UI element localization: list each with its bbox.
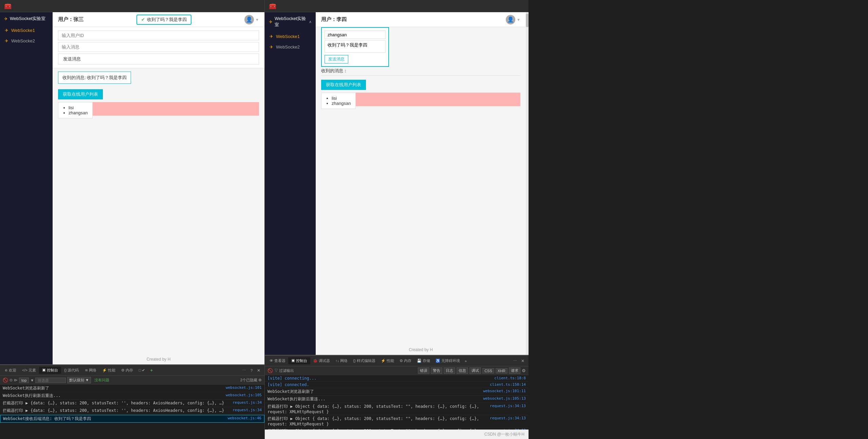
right-tab-storage[interactable]: 💾 存储 (414, 357, 433, 364)
left-console-text-1: WebSocket浏览器刷新了 (3, 385, 49, 391)
expand-btn-left[interactable]: ⊙ (10, 378, 13, 382)
pause-btn-left[interactable]: ⧐ (14, 378, 18, 382)
right-settings-btn[interactable]: ⚙ (522, 368, 526, 373)
csdn-footer-text: CSDN @一枚小蜗牛H (484, 432, 524, 437)
tab-plus-left[interactable]: + (148, 367, 155, 374)
clear-console-right[interactable]: 🚫 (267, 368, 273, 373)
tab-v[interactable]: □ ✔ (136, 367, 148, 374)
right-console-line-6: 拦截器打印 ▶ Object { data: {…}, status: 200,… (265, 415, 529, 427)
left-console-text-5: WebSocket接收后端消息: 收到了吗？我是李四 (3, 416, 91, 422)
right-console-source-2[interactable]: client.ts:150:14 (490, 382, 526, 387)
left-console-source-4[interactable]: request.js:34 (233, 408, 262, 414)
right-tab-memory[interactable]: ⚙ 内存 (397, 357, 414, 364)
received-badge-text: 收到了吗？我是李四 (147, 17, 187, 23)
right-tab-options[interactable]: ⋯ (511, 358, 519, 364)
right-browser-titlebar: 🧰 (265, 0, 529, 12)
right-tab-more[interactable]: » (463, 358, 469, 364)
left-sidebar-label-2: WebSocke2 (11, 38, 35, 43)
right-received-label: 收到的消息： (321, 68, 348, 73)
left-pink-bar (93, 102, 259, 116)
right-user-item-1: zhangsan (332, 101, 351, 106)
right-tab-inspector[interactable]: 👁 查看器 (267, 357, 288, 364)
left-main-content: 用户：张三 ✔ 收到了吗？我是李四 👤 ▼ 发送消息 收到的消息: 收到了吗？我… (53, 12, 264, 364)
right-console-source-5[interactable]: request.js:34:13 (490, 404, 526, 414)
right-scrollbar[interactable] (526, 12, 529, 355)
left-user-item-0: lisi (69, 105, 88, 110)
top-filter-label: top (19, 378, 29, 383)
right-btn-error[interactable]: 错误 (418, 367, 429, 374)
left-sidebar-header: ✈ WebSocket实验室 (0, 12, 53, 25)
right-btn-css[interactable]: CSS (482, 368, 494, 374)
right-tab-debugger[interactable]: 🐞 调试器 (310, 357, 333, 364)
right-tab-network[interactable]: ↑↓ 网络 (333, 357, 350, 364)
clear-console-left[interactable]: 🚫 (3, 378, 8, 383)
tab-performance-left[interactable]: ⚡ 性能 (99, 367, 118, 374)
send-message-btn[interactable]: 发送消息 (58, 54, 259, 64)
left-devtools-toolbar: 🚫 ⊙ ⧐ top ▼ 默认级别 ▼ 没有问题 2个已隐藏 ⚙ (0, 376, 264, 385)
tab-network-left[interactable]: ≋ 网络 (82, 367, 99, 374)
right-tab-close[interactable]: ✕ (519, 358, 527, 364)
right-console-source-6[interactable]: request.js:34:13 (490, 416, 526, 426)
right-tab-performance[interactable]: ⚡ 性能 (378, 357, 397, 364)
right-send-btn[interactable]: 发送消息 (325, 55, 348, 63)
left-sidebar-item-websocke2[interactable]: ✈ WebSocke2 (0, 36, 53, 46)
right-btn-debug[interactable]: 调试 (469, 367, 481, 374)
left-console-text-2: WebSocket执行刷新后重连... (3, 393, 61, 399)
right-tab-console[interactable]: ▣ 控制台 (288, 357, 310, 364)
right-users-list: lisi zhangsan (321, 93, 356, 109)
scrollbar-thumb[interactable] (526, 14, 529, 27)
left-console-source-5[interactable]: websocket.js:46 (228, 416, 261, 422)
right-btn-xhr[interactable]: XHR (496, 368, 507, 374)
left-online-users-section: 获取在线用户列表 lisi zhangsan (53, 87, 264, 120)
right-btn-info[interactable]: 信息 (457, 367, 468, 374)
top-dropdown-left[interactable]: ▼ (30, 378, 34, 382)
left-console-source-2[interactable]: websocket.js:105 (226, 393, 262, 399)
tab-console-left[interactable]: ▣ 控制台 (39, 367, 61, 374)
right-sidebar-item-websocke2[interactable]: ✈ WebSocke2 (265, 42, 316, 52)
right-main-content: 用户：李四 👤 ▼ 收到了吗？我是李四 发送消息 收到的消息： 获取在线用户列表 (316, 12, 526, 355)
get-users-btn-right[interactable]: 获取在线用户列表 (321, 80, 366, 90)
get-users-btn-left[interactable]: 获取在线用户列表 (58, 89, 103, 99)
check-icon: ✔ (141, 17, 145, 22)
right-console-source-3[interactable]: websocket.js:101:11 (483, 389, 526, 395)
left-window-icon: 🧰 (4, 2, 12, 10)
right-message-textarea[interactable]: 收到了吗？我是李四 (325, 40, 386, 53)
right-online-users-section: 获取在线用户列表 lisi zhangsan (316, 77, 526, 112)
filter-input-left[interactable] (35, 378, 66, 383)
left-top-bar: 用户：张三 ✔ 收到了吗？我是李四 👤 ▼ (53, 12, 264, 27)
right-sidebar-title: WebSocket实验室 (275, 16, 307, 28)
right-arrow-icon-1: ✈ (270, 34, 273, 39)
right-console-source-4[interactable]: websocket.js:105:13 (483, 396, 526, 402)
right-console-line-4: WebSocket执行刷新后重连... websocket.js:105:13 (265, 396, 529, 403)
left-sidebar: ✈ WebSocket实验室 ✈ WebSocke1 ✈ WebSocke2 (0, 12, 53, 364)
right-console-text-4: WebSocket执行刷新后重连... (267, 396, 326, 402)
right-console-source-1[interactable]: client.ts:18:8 (494, 376, 526, 381)
left-console-line-4: 拦截器打印 ▶ {data: {…}, status: 200, statusT… (0, 407, 264, 415)
tab-memory-left[interactable]: ⚙ 内存 (118, 367, 136, 374)
left-sidebar-title: WebSocket实验室 (10, 16, 45, 22)
right-tab-style-editor[interactable]: {} 样式编辑器 (350, 357, 378, 364)
right-console-text-1: [vite] connecting... (267, 376, 317, 381)
tab-close-left[interactable]: ✕ (255, 367, 262, 374)
right-btn-warning[interactable]: 警告 (431, 367, 442, 374)
right-user-id-input[interactable] (325, 31, 386, 39)
right-app-container: ✈ WebSocket实验室 ∧ ✈ WebSocke1 ✈ WebSocke2… (265, 12, 529, 355)
left-console-source-1[interactable]: websocket.js:101 (226, 385, 262, 391)
issues-ok-left: 没有问题 (94, 378, 109, 383)
tab-welcome[interactable]: ⊕ 欢迎 (2, 367, 19, 374)
right-sidebar-item-websocke1[interactable]: ✈ WebSocke1 (265, 31, 316, 42)
tab-more-left[interactable]: ⋯ (240, 367, 248, 374)
tab-help-left[interactable]: ? (248, 367, 255, 374)
left-console-source-3[interactable]: request.js:34 (233, 400, 262, 406)
right-sidebar-label-2: WebSocke2 (276, 44, 300, 50)
filter-output-right[interactable]: ▽ 过滤输出 (274, 368, 294, 373)
right-sidebar-collapse[interactable]: ∧ (309, 20, 312, 24)
message-input[interactable] (58, 42, 259, 52)
right-btn-log[interactable]: 日志 (444, 367, 455, 374)
right-btn-requests[interactable]: 请求 (509, 367, 520, 374)
right-tab-accessibility[interactable]: ♿ 无障碍环境 (433, 357, 463, 364)
user-id-input[interactable] (58, 31, 259, 40)
tab-elements[interactable]: </> 元素 (19, 367, 39, 374)
tab-source[interactable]: {} 源代码 (61, 367, 81, 374)
left-sidebar-item-websocke1[interactable]: ✈ WebSocke1 (0, 25, 53, 36)
